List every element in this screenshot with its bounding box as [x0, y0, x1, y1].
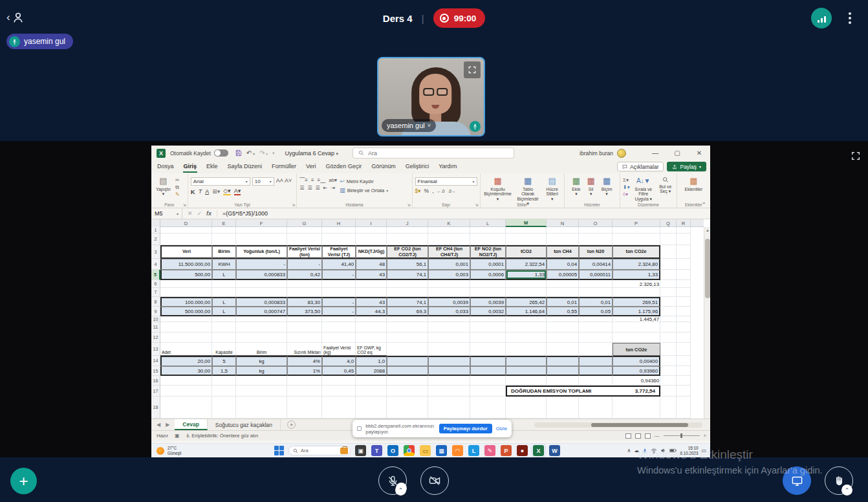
align-left-button[interactable]: ☰ [299, 186, 304, 191]
cell-P3[interactable]: ton CO2e [613, 245, 660, 259]
cell-P13[interactable]: ton CO2e [613, 343, 660, 356]
cell-M4[interactable]: 2.322,54 [506, 259, 547, 270]
cell-G4[interactable]: - [287, 259, 322, 270]
cell-L4[interactable]: 0,0001 [470, 259, 506, 270]
cell-J4[interactable]: 56,1 [387, 259, 428, 270]
normal-view-button[interactable] [625, 433, 631, 439]
cell-H5[interactable]: - [322, 270, 356, 280]
row-header-18[interactable]: 18 [151, 397, 160, 419]
page-break-view-button[interactable] [645, 433, 651, 439]
number-format-select[interactable]: Finansal▾ [415, 177, 477, 186]
font-name-select[interactable]: Arial▾ [191, 177, 250, 186]
taskbar-app-chrome[interactable] [404, 445, 415, 456]
hide-notification-button[interactable]: Gizle [496, 426, 507, 431]
percent-button[interactable]: % [424, 188, 429, 194]
tray-chevron-icon[interactable]: ∧ [627, 448, 631, 453]
cell-I8[interactable]: 43 [356, 297, 387, 307]
cell-O3[interactable]: ton N20 [579, 245, 613, 259]
column-header-P[interactable]: P [613, 219, 660, 227]
increase-indent-button[interactable]: ⇥ [331, 186, 335, 191]
cell-N5[interactable]: 0,00005 [547, 270, 579, 280]
cell-I14[interactable]: 1,0 [356, 356, 387, 366]
insert-cells-button[interactable]: ▦Ekle▾ [570, 175, 582, 198]
horizontal-scrollbar[interactable] [534, 422, 702, 428]
cell-J14[interactable] [387, 356, 428, 366]
cell-O15[interactable] [579, 366, 613, 376]
cell-grid[interactable]: 123456789101112131415161718VeriBirimYoğu… [151, 227, 704, 419]
dialog-launcher-icon[interactable]: ⇲ [407, 202, 411, 207]
close-button[interactable]: ✕ [688, 146, 710, 160]
taskbar-app-teams[interactable]: T [371, 445, 382, 456]
cell-P16[interactable]: 0,94360 [613, 376, 660, 386]
cell-J15[interactable] [387, 366, 428, 376]
name-box[interactable]: M5▾ [151, 208, 182, 219]
vertical-scrollbar[interactable]: ▲ [704, 227, 710, 419]
cell-D15[interactable]: 30,00 [160, 366, 212, 376]
cell-P10[interactable]: 1.445,47 [613, 316, 660, 322]
worksheet[interactable]: DEFGHIJKLMNOPQR 123456789101112131415161… [151, 219, 710, 419]
cell-D5[interactable]: 500,00 [160, 270, 212, 280]
comma-button[interactable]: , [432, 188, 433, 194]
delete-cells-button[interactable]: ▦Sil▾ [585, 175, 596, 198]
cell-E4[interactable]: KWH [212, 259, 236, 270]
column-header-H[interactable]: H [322, 219, 356, 227]
align-middle-button[interactable]: ≡ [311, 178, 314, 183]
cell-E3[interactable]: Birim [212, 245, 236, 259]
format-cells-button[interactable]: ▦Biçim▾ [600, 175, 614, 198]
cell-J8[interactable]: 74,1 [387, 297, 428, 307]
row-header-8[interactable]: 8 [151, 297, 160, 307]
column-header-J[interactable]: J [387, 219, 428, 227]
decimal-increase-button[interactable]: ←.0 [437, 189, 445, 193]
cell-D4[interactable]: 11.500.000,00 [160, 259, 212, 270]
cell-O5[interactable]: 0,000011 [579, 270, 613, 280]
prev-sheet-button[interactable]: ◀ [157, 422, 160, 428]
qat-customize-button[interactable]: ▾ [272, 151, 275, 156]
cell-F8[interactable]: 0,000833 [236, 297, 287, 307]
row-header-10[interactable]: 10 [151, 316, 160, 322]
cell-L8[interactable]: 0,0039 [470, 297, 506, 307]
hand-options-badge[interactable]: ⌃ [841, 485, 852, 496]
column-header-M[interactable]: M [506, 219, 547, 227]
cell-L3[interactable]: EF NO2 (ton NO2/TJ) [470, 245, 506, 259]
start-button[interactable] [274, 446, 284, 455]
zoom-out-button[interactable]: — [655, 433, 660, 439]
taskbar-app-paint[interactable]: ✎ [484, 445, 495, 456]
excel-search-box[interactable]: Ara [353, 147, 514, 158]
cell-N4[interactable]: 0,04 [547, 259, 579, 270]
menu-tab-yardım[interactable]: Yardım [438, 161, 457, 173]
row-header-17[interactable]: 17 [151, 386, 160, 397]
cell-D9[interactable]: 500.000,00 [160, 307, 212, 316]
menu-tab-giriş[interactable]: Giriş [183, 161, 198, 173]
currency-button[interactable]: $▾ [415, 188, 421, 194]
row-header-2[interactable]: 2 [151, 234, 160, 245]
row-header-16[interactable]: 16 [151, 376, 160, 386]
cell-D13[interactable]: Adet [160, 343, 212, 356]
cell-I15[interactable]: 2088 [356, 366, 387, 376]
add-sheet-button[interactable]: + [287, 420, 296, 429]
cell-P15[interactable]: 0,93960 [613, 366, 660, 376]
cell-E8[interactable]: L [212, 297, 236, 307]
account-info[interactable]: ibrahim buran [580, 146, 626, 160]
taskbar-app-outlook[interactable]: O [387, 445, 398, 456]
column-header-I[interactable]: I [356, 219, 387, 227]
row-header-9[interactable]: 9 [151, 307, 160, 316]
decrease-indent-button[interactable]: ⇤ [323, 186, 328, 191]
column-header-Q[interactable]: Q [660, 219, 677, 227]
cell-N14[interactable] [547, 356, 579, 366]
undo-button[interactable]: ↶ ▾ [246, 149, 255, 157]
cell-D8[interactable]: 100.000,00 [160, 297, 212, 307]
cell-E5[interactable]: L [212, 270, 236, 280]
taskbar-app-blue-grid-app[interactable]: ▦ [436, 445, 447, 456]
align-bottom-button[interactable]: ≡⎽ [318, 178, 326, 183]
cell-H9[interactable]: - [322, 307, 356, 316]
comments-button[interactable]: Açıklamalar [617, 162, 664, 171]
column-header-D[interactable]: D [160, 219, 212, 227]
cell-N8[interactable]: 0,01 [547, 297, 579, 307]
column-header-R[interactable]: R [677, 219, 691, 227]
font-size-select[interactable]: 10▾ [252, 177, 274, 186]
microphone-options-badge[interactable]: ⌃ [395, 485, 406, 496]
cell-K15[interactable] [428, 366, 470, 376]
column-header-G[interactable]: G [287, 219, 322, 227]
underline-button[interactable]: A [205, 188, 209, 195]
cell-F13[interactable]: Birim [236, 343, 287, 356]
